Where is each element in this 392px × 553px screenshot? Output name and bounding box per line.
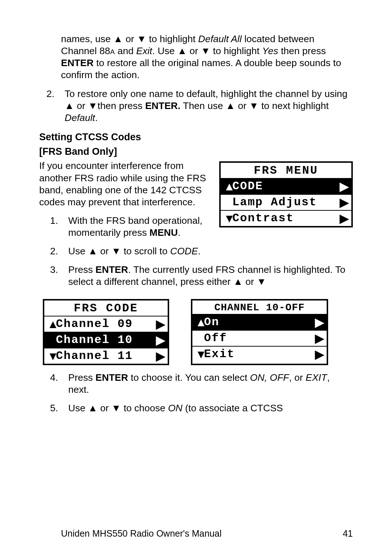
triangle-right-icon: ▶ — [156, 317, 165, 331]
continuation-paragraph: names, use ▲ or ▼ to highlight Default A… — [61, 33, 353, 81]
triangle-right-icon: ▶ — [156, 333, 165, 347]
step-4: 4. Press ENTER to choose it. You can sel… — [39, 372, 353, 396]
list-number: 2. — [50, 245, 68, 257]
footer-title: Uniden MHS550 Radio Owner's Manual — [61, 528, 222, 539]
para-1: names, use ▲ or ▼ to highlight Default A… — [61, 33, 353, 81]
triangle-right-icon: ▶ — [315, 315, 324, 330]
menu-row: ▲ Channel 09 ▶ — [44, 316, 168, 332]
triangle-down-icon: ▼ — [257, 276, 266, 287]
triangle-up-icon: ▲ — [65, 100, 74, 111]
triangle-up-icon: ▲ — [226, 100, 235, 111]
triangle-right-icon: ▶ — [340, 179, 348, 194]
triangle-right-icon: ▶ — [315, 331, 324, 346]
triangle-down-icon: ▼ — [249, 100, 258, 111]
heading-frs-band: [FRS Band Only] — [39, 146, 353, 158]
menu-row-lamp: Lamp Adjust ▶ — [221, 194, 351, 210]
triangle-up-icon: ▲ — [195, 315, 204, 330]
triangle-down-icon: ▼ — [111, 403, 121, 413]
menu-row-off: Off ▶ — [192, 330, 327, 346]
triangle-up-icon: ▲ — [113, 33, 123, 44]
triangle-up-icon: ▲ — [177, 45, 187, 56]
list-number: 5. — [50, 402, 68, 414]
triangle-right-icon: ▶ — [315, 347, 324, 362]
screen-channel-10: CHANNEL 10-OFF ▲ On ▶ Off ▶ ▼ Exit ▶ — [191, 299, 328, 365]
list-number: 3. — [50, 264, 68, 288]
triangle-down-icon: ▼ — [47, 349, 56, 363]
section-ctcss: FRS MENU ▲ CODE ▶ Lamp Adjust ▶ ▼ Contra… — [39, 160, 353, 288]
menu-row-selected: Channel 10 ▶ — [44, 332, 168, 348]
menu-row-code: ▲ CODE ▶ — [221, 178, 351, 194]
triangle-down-icon: ▼ — [201, 45, 210, 56]
page-number: 41 — [343, 528, 353, 539]
list-item-2: 2. To restore only one name to default, … — [39, 88, 353, 124]
step-5: 5. Use ▲ or ▼ to choose ON (to associate… — [39, 402, 353, 414]
triangle-down-icon: ▼ — [137, 33, 146, 44]
screen-title: FRS CODE — [44, 300, 168, 316]
screen-frs-menu: FRS MENU ▲ CODE ▶ Lamp Adjust ▶ ▼ Contra… — [219, 161, 353, 227]
menu-row-exit: ▼ Exit ▶ — [192, 346, 327, 362]
triangle-down-icon: ▼ — [88, 100, 98, 111]
triangle-down-icon: ▼ — [111, 246, 121, 257]
heading-ctcss: Setting CTCSS Codes — [39, 131, 353, 144]
menu-row-contrast: ▼ Contrast ▶ — [221, 210, 351, 226]
triangle-down-icon: ▼ — [195, 347, 204, 362]
screen-title: CHANNEL 10-OFF — [192, 300, 327, 314]
screen-title: FRS MENU — [221, 163, 351, 178]
step-3: 3. Press ENTER. The currently used FRS c… — [39, 264, 353, 288]
triangle-up-icon: ▲ — [233, 276, 243, 287]
screen-frs-code: FRS CODE ▲ Channel 09 ▶ Channel 10 ▶ ▼ C… — [43, 299, 169, 365]
list-number: 2. — [46, 88, 65, 124]
triangle-up-icon: ▲ — [88, 403, 98, 413]
triangle-down-icon: ▼ — [224, 211, 232, 226]
triangle-up-icon: ▲ — [88, 246, 98, 257]
step-2: 2. Use ▲ or ▼ to scroll to CODE. — [39, 245, 353, 257]
triangle-right-icon: ▶ — [340, 211, 348, 226]
menu-row-on: ▲ On ▶ — [192, 314, 327, 330]
menu-row: ▼ Channel 11 ▶ — [44, 348, 168, 364]
step-1: 1. With the FRS band operational, moment… — [39, 215, 213, 239]
triangle-right-icon: ▶ — [340, 195, 348, 210]
triangle-right-icon: ▶ — [156, 349, 165, 363]
triangle-up-icon: ▲ — [224, 179, 232, 194]
list-number: 1. — [50, 215, 68, 239]
page-footer: Uniden MHS550 Radio Owner's Manual 41 — [39, 528, 353, 539]
screens-row: FRS CODE ▲ Channel 09 ▶ Channel 10 ▶ ▼ C… — [43, 299, 353, 365]
list-number: 4. — [50, 372, 68, 396]
triangle-up-icon: ▲ — [47, 317, 56, 331]
